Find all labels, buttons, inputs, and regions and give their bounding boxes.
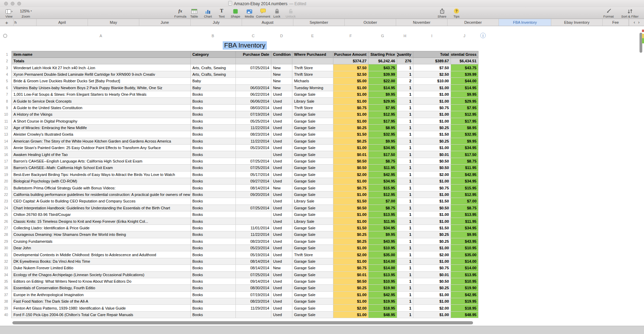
table-cell[interactable]: Books (191, 205, 236, 211)
table-cell[interactable]: $43.95 (369, 238, 397, 245)
table-cell[interactable]: 06/06/2014 (236, 98, 271, 104)
table-cell[interactable]: $0.25 (413, 125, 451, 131)
table-cell[interactable]: 1 (397, 238, 413, 245)
table-cell[interactable]: $13.95 (369, 272, 397, 278)
table-cell[interactable]: Garage Sale (292, 138, 333, 145)
table-cell[interactable]: $17.95 (451, 118, 479, 125)
table-cell[interactable]: $1.00 (413, 312, 451, 318)
table-cell[interactable]: $42.95 (451, 292, 479, 298)
table-cell[interactable]: Garage Sale (292, 125, 333, 131)
table-cell[interactable]: $1.00 (413, 191, 451, 198)
table-cell[interactable]: $43.75 (451, 64, 479, 71)
table-cell[interactable]: Garage Sale (292, 272, 333, 278)
table-cell[interactable]: $9.95 (369, 231, 397, 238)
table-cell[interactable]: Used (271, 125, 292, 131)
row-number[interactable]: 18 (0, 165, 10, 171)
row-number[interactable]: 9 (0, 105, 10, 111)
row-number[interactable]: 16 (0, 151, 10, 158)
table-cell[interactable]: 07/19/2014 (236, 292, 271, 298)
table-cell[interactable]: $9.95 (369, 91, 397, 98)
table-cell[interactable]: 1 (397, 298, 413, 305)
table-cell[interactable]: Used (271, 171, 292, 178)
table-cell[interactable]: A Short Course in Digital Photography (12, 118, 191, 125)
table-cell[interactable]: New (271, 185, 292, 191)
table-cell[interactable]: $0.50 (413, 278, 451, 285)
table-cell[interactable]: 07/25/2014 (236, 64, 271, 71)
tab-october[interactable]: October (345, 19, 396, 26)
share-button[interactable]: Share (436, 8, 448, 18)
table-cell[interactable]: Library Sale (292, 98, 333, 104)
column-header[interactable]: Quantity (397, 51, 413, 58)
table-cell[interactable] (236, 198, 271, 205)
table-cell[interactable]: Aleister Crowley's Illustrated Goetia (12, 131, 191, 138)
row-number[interactable]: 37 (0, 292, 10, 298)
table-cell[interactable]: $1.50 (333, 198, 369, 205)
table-cell[interactable]: Vitamins Baby Unisex-baby Newborn Boys 2… (12, 85, 191, 91)
table-cell[interactable]: $8.75 (451, 158, 479, 165)
table-cell[interactable]: Books (191, 158, 236, 165)
table-cell[interactable]: $14.00 (451, 258, 479, 265)
table-cell[interactable] (236, 211, 271, 218)
table-cell[interactable]: CEO Capital: A Guide to Building CEO Rep… (12, 198, 191, 205)
table-cell[interactable]: Ford F-150 Pick-Ups 2004-06 (Chilton's T… (12, 312, 191, 318)
toolbar-text-button[interactable]: TText (215, 8, 228, 18)
table-cell[interactable]: Baby (191, 85, 236, 91)
table-cell[interactable]: $2.00 (413, 251, 451, 258)
table-cell[interactable]: 1,001 Low-Fat Soups & Stews: From Elegan… (12, 91, 191, 98)
table-cell[interactable]: 06/03/2014 (236, 85, 271, 91)
table-cell[interactable]: New (271, 64, 292, 71)
table-cell[interactable]: Used (271, 292, 292, 298)
table-cell[interactable]: $6,434.51 (451, 58, 479, 64)
table-cell[interactable]: Chart Interpretation Handbook: Guideline… (12, 205, 191, 211)
table-cell[interactable]: 1 (397, 285, 413, 291)
tab-july[interactable]: July (191, 19, 242, 26)
table-cell[interactable]: Garage Sale (292, 285, 333, 291)
table-cell[interactable]: Best-Ever Backyard Birding Tips: Hundred… (12, 171, 191, 178)
table-cell[interactable]: $43.95 (451, 238, 479, 245)
table-cell[interactable]: $10.95 (451, 245, 479, 251)
table-cell[interactable]: Books (191, 265, 236, 271)
table-cell[interactable]: $11.95 (451, 218, 479, 225)
table-cell[interactable]: $9.95 (369, 138, 397, 145)
table-cell[interactable]: $7.50 (413, 64, 451, 71)
table-cell[interactable]: 2 (397, 78, 413, 84)
table-cell[interactable]: $34.95 (451, 145, 479, 151)
table-cell[interactable]: Books (191, 272, 236, 278)
table-cell[interactable]: $0.50 (333, 158, 369, 165)
table-cell[interactable]: $9.95 (451, 231, 479, 238)
table-cell[interactable]: 1 (397, 292, 413, 298)
table-cell[interactable]: $39.99 (451, 71, 479, 78)
column-letter-E[interactable]: E (292, 33, 333, 38)
table-cell[interactable]: Used (271, 98, 292, 104)
table-cell[interactable]: Used (271, 245, 292, 251)
table-cell[interactable]: 1 (397, 191, 413, 198)
table-cell[interactable]: Annie Sloan's Painted Garden: 25 Easy Ou… (12, 145, 191, 151)
table-cell[interactable]: Used (271, 272, 292, 278)
row-number[interactable]: 20 (0, 178, 10, 185)
table-cell[interactable]: Used (271, 158, 292, 165)
table-cell[interactable]: Used (271, 285, 292, 291)
tab-fee[interactable]: Fee (603, 19, 629, 26)
table-cell[interactable]: 09/14/2014 (236, 278, 271, 285)
table-cell[interactable]: Xyron Permanent Double-Sided Laminate Re… (12, 71, 191, 78)
table-cell[interactable]: $1.00 (333, 191, 369, 198)
table-cell[interactable]: 05/23/2014 (236, 245, 271, 251)
table-cell[interactable]: Garage Sale (292, 298, 333, 305)
table-cell[interactable]: Books (191, 105, 236, 111)
table-cell[interactable]: Books (191, 298, 236, 305)
table-cell[interactable]: $1.00 (333, 98, 369, 104)
tab-august[interactable]: August (242, 19, 293, 26)
table-cell[interactable]: $0.75 (333, 105, 369, 111)
table-cell[interactable]: Books (191, 131, 236, 138)
row-number[interactable]: 29 (0, 238, 10, 245)
row-number[interactable]: 8 (0, 98, 10, 104)
table-cell[interactable]: $42.95 (369, 292, 397, 298)
table-cell[interactable]: $0.25 (413, 238, 451, 245)
table-cell[interactable]: Garage Sale (292, 111, 333, 118)
table-cell[interactable]: 1 (397, 278, 413, 285)
table-cell[interactable]: $1.00 (333, 118, 369, 125)
table-cell[interactable]: Books (191, 138, 236, 145)
table-cell[interactable]: Library Sale (292, 198, 333, 205)
row-number[interactable]: 33 (0, 265, 10, 271)
table-cell[interactable]: $1.00 (413, 118, 451, 125)
